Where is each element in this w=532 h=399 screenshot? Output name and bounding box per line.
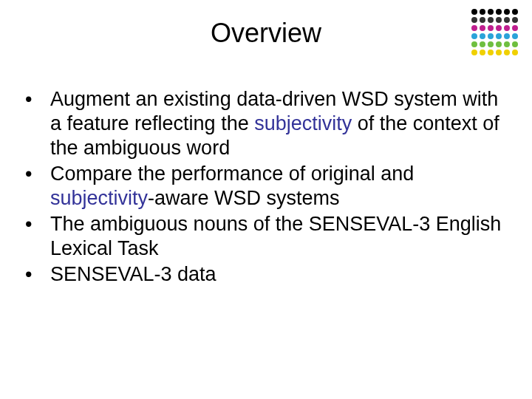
- bullet-text: -aware WSD systems: [148, 187, 340, 209]
- slide: Overview Augment an existing data-driven…: [0, 0, 532, 399]
- bullet-item: Compare the performance of original and …: [19, 162, 507, 211]
- bullet-text: The ambiguous nouns of the SENSEVAL-3 En…: [50, 213, 501, 259]
- bullet-item: The ambiguous nouns of the SENSEVAL-3 En…: [19, 212, 507, 261]
- bullet-list: Augment an existing data-driven WSD syst…: [19, 87, 507, 287]
- bullet-text: Compare the performance of original and: [50, 163, 414, 185]
- slide-body: Augment an existing data-driven WSD syst…: [19, 87, 507, 288]
- highlight-word: subjectivity: [50, 187, 148, 209]
- bullet-item: Augment an existing data-driven WSD syst…: [19, 87, 507, 160]
- highlight-word: subjectivity: [254, 112, 352, 134]
- bullet-item: SENSEVAL-3 data: [19, 262, 507, 287]
- bullet-text: SENSEVAL-3 data: [50, 263, 216, 285]
- slide-title: Overview: [0, 18, 532, 49]
